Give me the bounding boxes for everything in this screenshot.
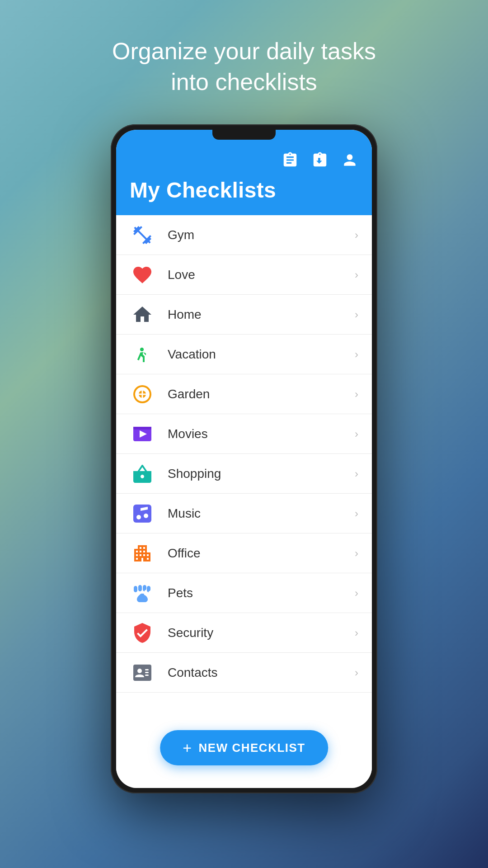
movies-icon [130,421,155,447]
svg-rect-7 [133,665,151,681]
list-item[interactable]: Vacation › [116,335,372,374]
office-chevron: › [355,547,358,560]
gym-label: Gym [168,228,355,242]
list-item[interactable]: Contacts › [116,653,372,693]
list-item[interactable]: Pets › [116,573,372,613]
svg-point-6 [144,514,148,518]
phone-frame: My Checklists Gym › [111,124,377,793]
love-chevron: › [355,269,358,281]
list-item[interactable]: Garden › [116,374,372,414]
svg-rect-4 [133,505,151,523]
contacts-label: Contacts [168,665,355,680]
checklist-list: Gym › Love › [116,215,372,693]
svg-point-5 [136,515,141,519]
list-item[interactable]: Office › [116,533,372,573]
list-item[interactable]: Home › [116,295,372,335]
security-label: Security [168,626,355,640]
svg-point-8 [137,669,142,673]
svg-rect-11 [145,675,149,676]
list-item[interactable]: Love › [116,255,372,295]
tagline: Organize your daily tasks into checklist… [76,36,412,97]
home-label: Home [168,307,355,322]
home-icon [130,302,155,327]
security-chevron: › [355,627,358,639]
clipboard-icon[interactable] [282,151,299,169]
svg-rect-9 [145,669,149,670]
pets-chevron: › [355,587,358,599]
gym-icon [130,222,155,248]
shopping-label: Shopping [168,467,355,481]
movies-label: Movies [168,427,355,441]
new-checklist-button[interactable]: + NEW CHECKLIST [160,730,328,765]
office-icon [130,541,155,566]
list-item[interactable]: Music › [116,494,372,533]
svg-rect-3 [133,427,151,429]
garden-chevron: › [355,388,358,401]
download-clipboard-icon[interactable] [311,151,328,169]
office-label: Office [168,546,355,561]
phone-screen: My Checklists Gym › [116,130,372,788]
app-title: My Checklists [130,178,358,203]
phone-notch [212,130,276,140]
list-item[interactable]: Shopping › [116,454,372,494]
list-item[interactable]: Security › [116,613,372,653]
list-item[interactable]: Movies › [116,414,372,454]
vacation-icon [130,342,155,367]
pets-label: Pets [168,586,355,600]
fab-container: + NEW CHECKLIST [160,730,328,765]
header-icons [130,151,358,169]
svg-rect-10 [145,672,149,673]
vacation-chevron: › [355,348,358,361]
shopping-icon [130,461,155,486]
music-icon [130,501,155,526]
gym-chevron: › [355,229,358,241]
contacts-chevron: › [355,666,358,679]
vacation-label: Vacation [168,347,355,362]
app-header: My Checklists [116,130,372,215]
pets-icon [130,580,155,606]
fab-plus-icon: + [183,740,192,755]
home-chevron: › [355,308,358,321]
music-label: Music [168,506,355,521]
checklist-container: Gym › Love › [116,215,372,788]
contacts-icon [130,660,155,685]
movies-chevron: › [355,428,358,440]
fab-label: NEW CHECKLIST [199,741,305,755]
list-item[interactable]: Gym › [116,215,372,255]
garden-icon [130,382,155,407]
love-icon [130,262,155,288]
love-label: Love [168,268,355,282]
shopping-chevron: › [355,467,358,480]
security-icon [130,620,155,646]
profile-icon[interactable] [341,151,358,169]
garden-label: Garden [168,387,355,401]
music-chevron: › [355,507,358,520]
